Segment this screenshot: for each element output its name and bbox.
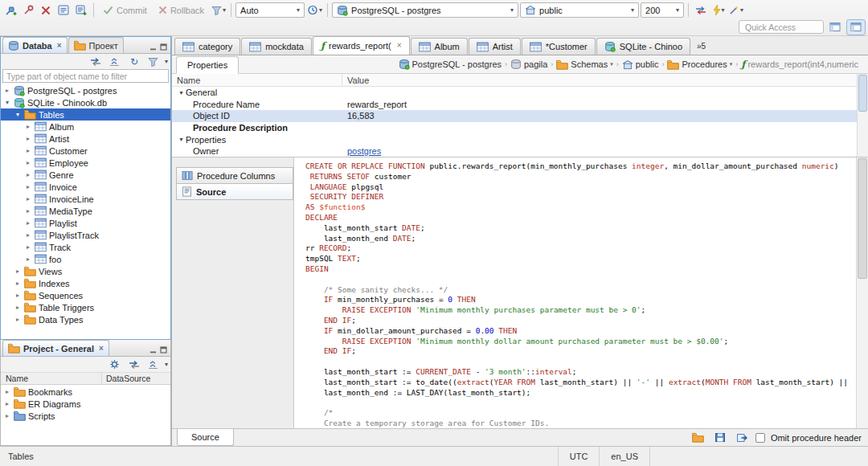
tab-source-bottom[interactable]: Source [177,429,234,446]
view-menu-icon[interactable]: ▾ [165,58,168,65]
view-menu-icon[interactable]: ▾ [165,361,168,368]
schema-select[interactable]: public ▾ [520,2,639,18]
tree-item-genre[interactable]: ▸Genre [1,169,170,181]
property-row-procedure-name[interactable]: Procedure Namerewards_report [172,99,868,111]
tree-item-invoiceline[interactable]: ▸InvoiceLine [1,193,170,205]
expand-toggle-icon[interactable]: ▸ [14,280,22,287]
project-item-er-diagrams[interactable]: ▸ER Diagrams [1,398,170,410]
open-in-sql-editor-icon[interactable] [734,430,750,445]
property-row-owner[interactable]: Ownerpostgres [172,145,868,157]
section-source[interactable]: Source [176,183,293,200]
collapse-all-icon[interactable] [107,54,123,69]
minimize-icon[interactable] [149,346,157,354]
source-scrollbar[interactable] [856,157,868,428]
editor-tab-rewards-report[interactable]: ƒrewards_report(× [313,36,410,55]
property-row-procedure-description[interactable]: Procedure Description [172,122,868,134]
breadcrumb-item-pagila[interactable]: pagila [509,58,549,71]
grid-column-name[interactable]: Name [172,74,342,86]
tree-item-invoice[interactable]: ▸Invoice [1,181,170,193]
link-with-editor-icon[interactable] [88,54,104,69]
driver-manager-icon[interactable] [20,2,36,18]
fetch-size-select[interactable]: 200 ▾ [641,2,684,18]
tree-item-data-types[interactable]: ▸Data Types [1,313,170,325]
tree-item-album[interactable]: ▸Album [1,121,170,133]
maximize-icon[interactable] [160,346,167,354]
tree-item-track[interactable]: ▸Track [1,241,170,253]
tree-item-artist[interactable]: ▸Artist [1,133,170,145]
breadcrumb-item-schemas[interactable]: Schemas▾ [555,59,614,71]
editor-tab-category[interactable]: category [174,38,240,55]
tree-item-views[interactable]: ▸Views [1,265,170,277]
expand-toggle-icon[interactable]: ▸ [14,292,22,299]
collapse-toggle-icon[interactable]: ▾ [3,99,11,106]
omit-procedure-header-checkbox[interactable] [755,433,765,443]
tab-project-general[interactable]: Project - General × [2,340,109,356]
expand-toggle-icon[interactable]: ▸ [3,87,11,94]
property-row-object-id[interactable]: Object ID16,583 [172,110,868,122]
scrollbar-thumb[interactable] [858,158,867,279]
tab-database-navigator[interactable]: Databa × [2,37,68,53]
tree-item-tables[interactable]: ▾Tables [1,108,170,121]
tree-item-indexes[interactable]: ▸Indexes [1,277,170,289]
tab-overflow-indicator[interactable]: »5 [697,42,706,51]
generate-wand-icon[interactable]: ▾ [728,2,744,18]
breadcrumb-item-postgresql-postgres[interactable]: PostgreSQL - postgres [397,58,503,71]
collapse-all-icon[interactable] [145,357,162,372]
tree-item-sequences[interactable]: ▸Sequences [1,289,170,301]
properties-scrollbar[interactable] [857,74,868,157]
dbeaver-perspective-icon[interactable] [846,19,866,35]
filter-icon[interactable] [145,54,162,69]
expand-toggle-icon[interactable]: ▸ [14,304,22,311]
tab-projects[interactable]: Проект [68,37,124,53]
property-row-properties[interactable]: ▾Properties [172,133,868,145]
project-item-bookmarks[interactable]: ▸Bookmarks [1,386,170,398]
tree-item-foo[interactable]: ▸foo [1,253,170,265]
expand-toggle-icon[interactable]: ▸ [24,123,32,130]
commit-button[interactable]: Commit [98,2,152,18]
refresh-icon[interactable]: ↻ [126,54,142,69]
object-filter-input[interactable] [2,69,169,83]
tree-item-customer[interactable]: ▸Customer [1,145,170,157]
tree-item-mediatype[interactable]: ▸MediaType [1,205,170,217]
tab-properties[interactable]: Properties [176,56,239,74]
expand-toggle-icon[interactable]: ▸ [3,400,11,407]
close-tab-icon[interactable]: × [397,42,402,50]
sql-editor-icon[interactable] [55,2,72,18]
collapse-toggle-icon[interactable]: ▾ [177,89,186,96]
expand-toggle-icon[interactable]: ▸ [14,316,22,323]
close-icon[interactable]: × [99,345,104,353]
tree-item-playlist[interactable]: ▸Playlist [1,217,170,229]
editor-tab-artist[interactable]: Artist [469,38,521,55]
status-timezone[interactable]: UTC [558,447,600,466]
execute-lightning-icon[interactable]: ▾ [710,2,727,18]
expand-toggle-icon[interactable]: ▸ [24,171,32,178]
expand-toggle-icon[interactable]: ▸ [24,195,32,202]
grid-column-value[interactable]: Value [342,74,868,86]
expand-toggle-icon[interactable]: ▸ [24,159,32,166]
expand-toggle-icon[interactable]: ▸ [24,183,32,190]
transaction-log-icon[interactable]: ▾ [306,2,323,18]
link-with-editor-icon[interactable] [126,357,142,372]
new-connection-icon[interactable] [2,2,18,18]
breadcrumb-item-public[interactable]: public [620,59,661,71]
settings-gear-icon[interactable] [107,357,123,372]
editor-tab-sqlite-chinoo[interactable]: SQLite - Chinoo [596,38,690,55]
expand-toggle-icon[interactable]: ▸ [24,219,32,227]
collapse-toggle-icon[interactable]: ▾ [177,136,186,143]
column-header-name[interactable]: Name [1,373,102,384]
editor-tab-album[interactable]: Album [411,38,468,55]
tree-item-playlisttrack[interactable]: ▸PlaylistTrack [1,229,170,241]
status-locale[interactable]: en_US [599,447,649,466]
expand-toggle-icon[interactable]: ▸ [24,255,32,263]
expand-toggle-icon[interactable]: ▸ [24,147,32,154]
tree-item-postgresql-postgres[interactable]: ▸PostgreSQL - postgres [1,84,170,96]
editor-tab-customer[interactable]: *Customer [522,38,596,55]
section-procedure-columns[interactable]: Procedure Columns [176,167,293,184]
data-transfer-icon[interactable] [693,2,709,18]
scrollbar-thumb[interactable] [858,75,867,112]
rollback-button[interactable]: Rollback [154,2,209,18]
commit-mode-select[interactable]: Auto ▾ [235,2,305,18]
project-item-scripts[interactable]: ▸Scripts [1,410,170,422]
expand-toggle-icon[interactable]: ▸ [24,243,32,251]
open-file-icon[interactable] [690,430,706,445]
